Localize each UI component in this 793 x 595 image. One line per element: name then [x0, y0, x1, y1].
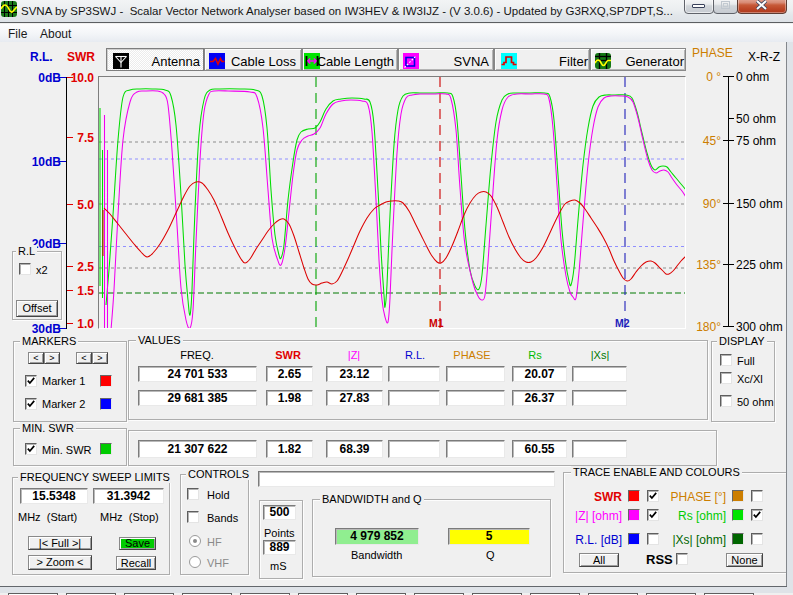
- svg-text:M1: M1: [429, 317, 444, 328]
- svg-text:M2: M2: [615, 317, 630, 328]
